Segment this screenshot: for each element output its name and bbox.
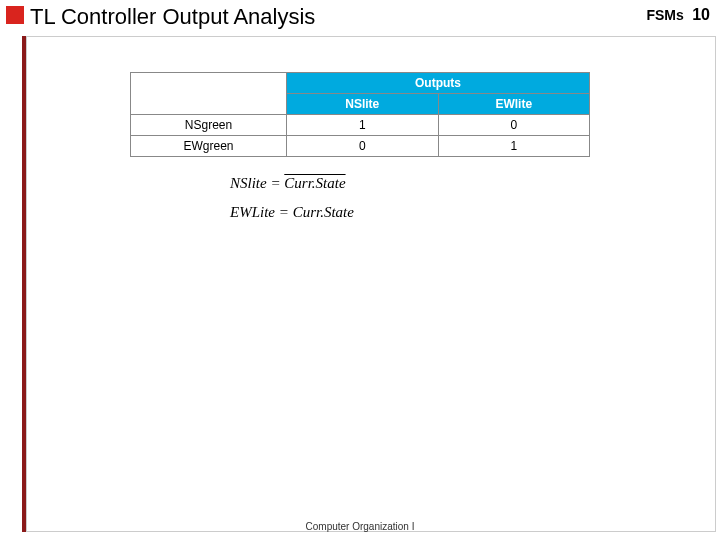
col-nslite: NSlite bbox=[287, 94, 438, 115]
equation-2: EWLite = Curr.State bbox=[230, 198, 354, 227]
eq1-rhs-overline: Curr.State bbox=[284, 168, 345, 198]
output-table: Outputs NSlite EWlite NSgreen 1 0 EWgree… bbox=[130, 72, 590, 157]
outputs-header: Outputs bbox=[287, 73, 590, 94]
accent-square-icon bbox=[6, 6, 24, 24]
table-row: EWgreen 0 1 bbox=[131, 136, 590, 157]
section-label: FSMs bbox=[646, 7, 683, 23]
cell-value: 0 bbox=[438, 115, 589, 136]
equation-1: NSlite = Curr.State bbox=[230, 168, 354, 198]
eq2-equals: = bbox=[275, 204, 293, 220]
col-ewlite: EWlite bbox=[438, 94, 589, 115]
eq1-lhs: NSlite bbox=[230, 175, 267, 191]
cell-value: 1 bbox=[287, 115, 438, 136]
cell-value: 0 bbox=[287, 136, 438, 157]
eq1-equals: = bbox=[267, 175, 285, 191]
page-title: TL Controller Output Analysis bbox=[30, 4, 315, 30]
equations-block: NSlite = Curr.State EWLite = Curr.State bbox=[230, 168, 354, 226]
table-header-row: Outputs bbox=[131, 73, 590, 94]
header-right: FSMs 10 bbox=[646, 6, 710, 24]
table-row: NSgreen 1 0 bbox=[131, 115, 590, 136]
eq2-lhs: EWLite bbox=[230, 204, 275, 220]
eq2-rhs: Curr.State bbox=[293, 204, 354, 220]
row-label: NSgreen bbox=[131, 115, 287, 136]
page-number: 10 bbox=[692, 6, 710, 23]
row-label: EWgreen bbox=[131, 136, 287, 157]
cell-value: 1 bbox=[438, 136, 589, 157]
slide: TL Controller Output Analysis FSMs 10 Ou… bbox=[0, 0, 720, 540]
footer-text: Computer Organization I bbox=[0, 521, 720, 532]
